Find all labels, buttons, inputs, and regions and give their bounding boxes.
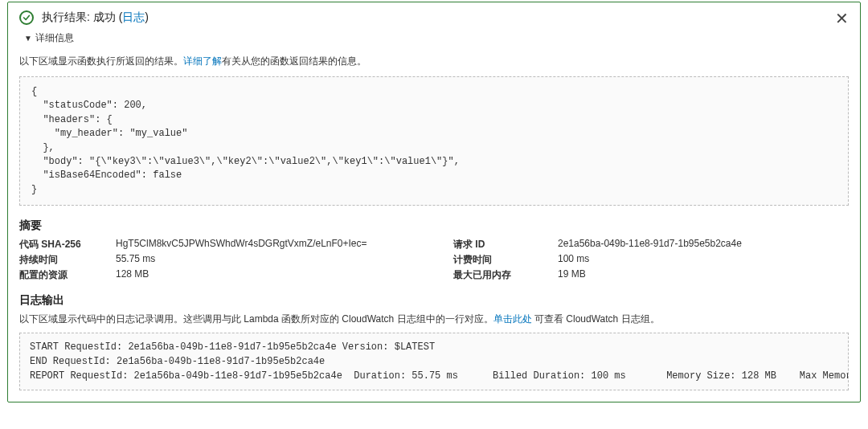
success-check-icon <box>19 10 34 25</box>
log-desc-suffix: 可查看 CloudWatch 日志组。 <box>532 313 660 325</box>
duration-value: 55.75 ms <box>116 253 453 267</box>
result-desc-prefix: 以下区域显示函数执行所返回的结果。 <box>19 55 183 67</box>
sha-label: 代码 SHA-256 <box>19 238 116 251</box>
title-suffix: ) <box>145 10 149 23</box>
maxmem-label: 最大已用内存 <box>453 268 558 282</box>
summary-grid: 代码 SHA-256 HgT5ClM8kvC5JPWhSWhdWr4sDGRgt… <box>19 238 849 282</box>
maxmem-value: 19 MB <box>558 268 849 282</box>
reqid-label: 请求 ID <box>453 238 558 251</box>
learn-more-link[interactable]: 详细了解 <box>183 55 222 67</box>
log-output-box: START RequestId: 2e1a56ba-049b-11e8-91d7… <box>19 333 849 390</box>
result-description: 以下区域显示函数执行所返回的结果。详细了解有关从您的函数返回结果的信息。 <box>19 55 849 68</box>
reqid-value: 2e1a56ba-049b-11e8-91d7-1b95e5b2ca4e <box>558 238 849 251</box>
view-logs-link[interactable]: 单击此处 <box>493 313 532 325</box>
details-label: 详细信息 <box>35 31 74 45</box>
resources-value: 128 MB <box>116 268 453 282</box>
title-prefix: 执行结果: 成功 ( <box>42 10 122 23</box>
summary-title: 摘要 <box>19 219 849 233</box>
execution-result-panel: ✕ 执行结果: 成功 (日志) ▼ 详细信息 以下区域显示函数执行所返回的结果。… <box>7 2 861 402</box>
result-json-box: { "statusCode": 200, "headers": { "my_he… <box>19 76 849 206</box>
close-icon[interactable]: ✕ <box>835 10 849 27</box>
result-desc-suffix: 有关从您的函数返回结果的信息。 <box>222 55 366 67</box>
result-title: 执行结果: 成功 (日志) <box>42 10 149 25</box>
billed-value: 100 ms <box>558 253 849 267</box>
billed-label: 计费时间 <box>453 253 558 267</box>
details-toggle[interactable]: ▼ 详细信息 <box>24 31 849 45</box>
resources-label: 配置的资源 <box>19 268 116 282</box>
chevron-down-icon: ▼ <box>24 34 32 43</box>
result-header: 执行结果: 成功 (日志) <box>19 10 849 25</box>
logs-link[interactable]: 日志 <box>122 10 145 23</box>
log-desc-prefix: 以下区域显示代码中的日志记录调用。这些调用与此 Lambda 函数所对应的 Cl… <box>19 313 493 325</box>
log-description: 以下区域显示代码中的日志记录调用。这些调用与此 Lambda 函数所对应的 Cl… <box>19 313 849 326</box>
log-title: 日志输出 <box>19 293 849 308</box>
duration-label: 持续时间 <box>19 253 116 267</box>
sha-value: HgT5ClM8kvC5JPWhSWhdWr4sDGRgtVxmZ/eLnF0+… <box>116 238 453 251</box>
